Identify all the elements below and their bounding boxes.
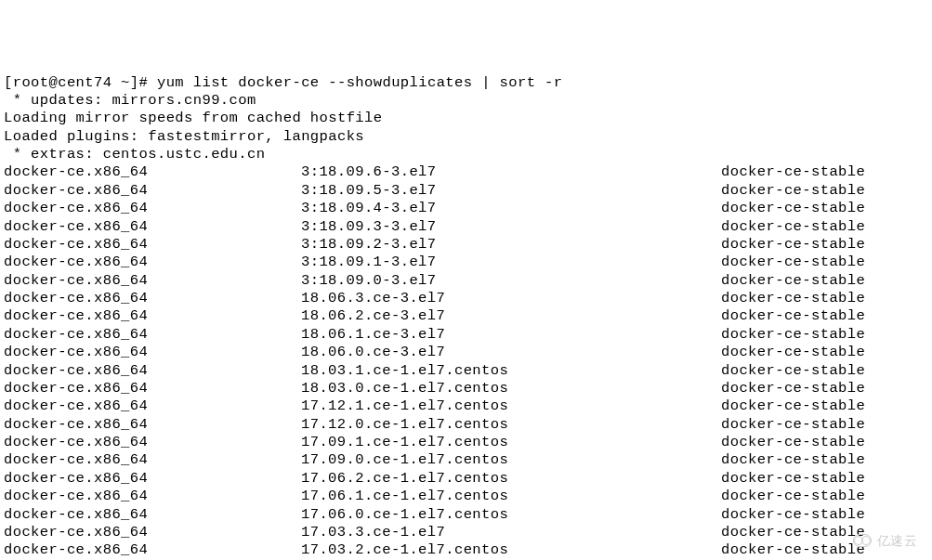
package-row: docker-ce.x86_6417.12.1.ce-1.el7.centosd… bbox=[4, 397, 928, 415]
package-row: docker-ce.x86_643:18.09.5-3.el7docker-ce… bbox=[4, 182, 928, 200]
package-name: docker-ce.x86_64 bbox=[4, 434, 301, 451]
package-name: docker-ce.x86_64 bbox=[4, 416, 301, 434]
package-row: docker-ce.x86_6417.03.2.ce-1.el7.centosd… bbox=[4, 541, 928, 559]
package-version: 17.03.3.ce-1.el7 bbox=[301, 524, 721, 541]
header-line: * updates: mirrors.cn99.com bbox=[4, 92, 928, 110]
package-row: docker-ce.x86_6418.06.1.ce-3.el7docker-c… bbox=[4, 326, 928, 344]
package-repo: docker-ce-stable bbox=[721, 254, 865, 271]
package-name: docker-ce.x86_64 bbox=[4, 488, 301, 505]
package-row: docker-ce.x86_643:18.09.3-3.el7docker-ce… bbox=[4, 218, 928, 236]
package-row: docker-ce.x86_6418.06.3.ce-3.el7docker-c… bbox=[4, 290, 928, 307]
package-name: docker-ce.x86_64 bbox=[4, 200, 301, 217]
package-version: 3:18.09.0-3.el7 bbox=[301, 272, 721, 290]
package-repo: docker-ce-stable bbox=[721, 163, 865, 181]
package-name: docker-ce.x86_64 bbox=[4, 163, 301, 181]
package-repo: docker-ce-stable bbox=[721, 541, 865, 559]
package-repo: docker-ce-stable bbox=[721, 236, 865, 254]
package-repo: docker-ce-stable bbox=[721, 272, 865, 290]
package-repo: docker-ce-stable bbox=[721, 397, 865, 415]
package-row: docker-ce.x86_6418.06.0.ce-3.el7docker-c… bbox=[4, 344, 928, 361]
package-version: 17.06.0.ce-1.el7.centos bbox=[301, 506, 721, 524]
package-version: 17.12.1.ce-1.el7.centos bbox=[301, 397, 721, 415]
package-name: docker-ce.x86_64 bbox=[4, 218, 301, 236]
package-repo: docker-ce-stable bbox=[721, 416, 865, 434]
package-version: 17.12.0.ce-1.el7.centos bbox=[301, 416, 721, 434]
package-version: 3:18.09.3-3.el7 bbox=[301, 218, 721, 236]
package-row: docker-ce.x86_6418.06.2.ce-3.el7docker-c… bbox=[4, 307, 928, 325]
package-row: docker-ce.x86_643:18.09.2-3.el7docker-ce… bbox=[4, 236, 928, 254]
package-version: 17.09.0.ce-1.el7.centos bbox=[301, 451, 721, 469]
package-version: 18.06.0.ce-3.el7 bbox=[301, 344, 721, 361]
package-row: docker-ce.x86_643:18.09.1-3.el7docker-ce… bbox=[4, 254, 928, 271]
package-repo: docker-ce-stable bbox=[721, 362, 865, 380]
package-name: docker-ce.x86_64 bbox=[4, 506, 301, 524]
package-repo: docker-ce-stable bbox=[721, 434, 865, 451]
package-name: docker-ce.x86_64 bbox=[4, 326, 301, 344]
package-repo: docker-ce-stable bbox=[721, 488, 865, 505]
package-version: 3:18.09.5-3.el7 bbox=[301, 182, 721, 200]
package-version: 17.06.1.ce-1.el7.centos bbox=[301, 488, 721, 505]
package-version: 17.06.2.ce-1.el7.centos bbox=[301, 470, 721, 488]
package-repo: docker-ce-stable bbox=[721, 290, 865, 307]
command-prompt-line: [root@cent74 ~]# yum list docker-ce --sh… bbox=[4, 74, 928, 92]
package-name: docker-ce.x86_64 bbox=[4, 307, 301, 325]
package-row: docker-ce.x86_6417.12.0.ce-1.el7.centosd… bbox=[4, 416, 928, 434]
package-name: docker-ce.x86_64 bbox=[4, 541, 301, 559]
package-version: 17.03.2.ce-1.el7.centos bbox=[301, 541, 721, 559]
header-line: Loading mirror speeds from cached hostfi… bbox=[4, 110, 928, 127]
package-version: 3:18.09.6-3.el7 bbox=[301, 163, 721, 181]
package-repo: docker-ce-stable bbox=[721, 524, 865, 541]
package-repo: docker-ce-stable bbox=[721, 344, 865, 361]
package-repo: docker-ce-stable bbox=[721, 200, 865, 217]
package-row: docker-ce.x86_6417.09.0.ce-1.el7.centosd… bbox=[4, 451, 928, 469]
package-repo: docker-ce-stable bbox=[721, 182, 865, 200]
package-name: docker-ce.x86_64 bbox=[4, 344, 301, 361]
package-name: docker-ce.x86_64 bbox=[4, 397, 301, 415]
package-row: docker-ce.x86_643:18.09.6-3.el7docker-ce… bbox=[4, 163, 928, 181]
package-name: docker-ce.x86_64 bbox=[4, 272, 301, 290]
package-row: docker-ce.x86_643:18.09.4-3.el7docker-ce… bbox=[4, 200, 928, 217]
package-version: 18.06.3.ce-3.el7 bbox=[301, 290, 721, 307]
package-name: docker-ce.x86_64 bbox=[4, 290, 301, 307]
package-name: docker-ce.x86_64 bbox=[4, 182, 301, 200]
package-version: 18.03.1.ce-1.el7.centos bbox=[301, 362, 721, 380]
package-name: docker-ce.x86_64 bbox=[4, 254, 301, 271]
terminal-output: [root@cent74 ~]# yum list docker-ce --sh… bbox=[4, 74, 928, 561]
package-name: docker-ce.x86_64 bbox=[4, 524, 301, 541]
package-version: 18.06.1.ce-3.el7 bbox=[301, 326, 721, 344]
package-version: 17.09.1.ce-1.el7.centos bbox=[301, 434, 721, 451]
package-repo: docker-ce-stable bbox=[721, 307, 865, 325]
package-name: docker-ce.x86_64 bbox=[4, 451, 301, 469]
package-row: docker-ce.x86_6417.06.0.ce-1.el7.centosd… bbox=[4, 506, 928, 524]
package-repo: docker-ce-stable bbox=[721, 326, 865, 344]
package-version: 18.06.2.ce-3.el7 bbox=[301, 307, 721, 325]
package-row: docker-ce.x86_6417.03.3.ce-1.el7docker-c… bbox=[4, 524, 928, 541]
package-version: 3:18.09.4-3.el7 bbox=[301, 200, 721, 217]
package-version: 18.03.0.ce-1.el7.centos bbox=[301, 380, 721, 397]
package-row: docker-ce.x86_6417.06.1.ce-1.el7.centosd… bbox=[4, 488, 928, 505]
package-name: docker-ce.x86_64 bbox=[4, 380, 301, 397]
package-name: docker-ce.x86_64 bbox=[4, 362, 301, 380]
package-row: docker-ce.x86_6418.03.1.ce-1.el7.centosd… bbox=[4, 362, 928, 380]
package-repo: docker-ce-stable bbox=[721, 218, 865, 236]
header-line: * extras: centos.ustc.edu.cn bbox=[4, 146, 928, 163]
package-repo: docker-ce-stable bbox=[721, 451, 865, 469]
package-name: docker-ce.x86_64 bbox=[4, 470, 301, 488]
package-repo: docker-ce-stable bbox=[721, 470, 865, 488]
package-repo: docker-ce-stable bbox=[721, 506, 865, 524]
header-line: Loaded plugins: fastestmirror, langpacks bbox=[4, 128, 928, 146]
package-row: docker-ce.x86_6417.09.1.ce-1.el7.centosd… bbox=[4, 434, 928, 451]
package-row: docker-ce.x86_643:18.09.0-3.el7docker-ce… bbox=[4, 272, 928, 290]
package-repo: docker-ce-stable bbox=[721, 380, 865, 397]
package-name: docker-ce.x86_64 bbox=[4, 236, 301, 254]
package-version: 3:18.09.2-3.el7 bbox=[301, 236, 721, 254]
package-row: docker-ce.x86_6417.06.2.ce-1.el7.centosd… bbox=[4, 470, 928, 488]
package-version: 3:18.09.1-3.el7 bbox=[301, 254, 721, 271]
package-row: docker-ce.x86_6418.03.0.ce-1.el7.centosd… bbox=[4, 380, 928, 397]
